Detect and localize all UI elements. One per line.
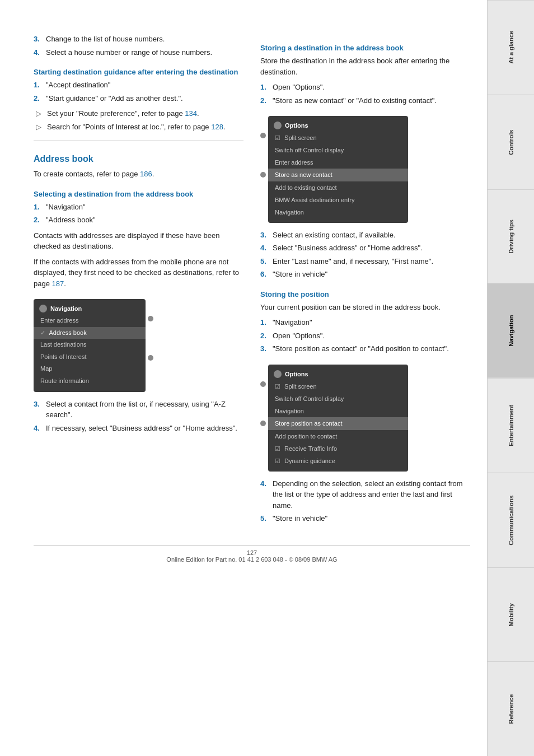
dot-top [148,316,153,321]
nav-title: Navigation [34,304,146,315]
opt-store-new: Store as new contact [268,169,408,181]
body-contacts-displayed: Contacts with addresses are displayed if… [34,230,243,252]
opt-switch-off: Switch off Control display [268,144,408,156]
opt-add-existing: Add to existing contact [268,181,408,194]
link-128[interactable]: 128 [211,123,223,131]
section-start-guidance-heading: Starting destination guidance after ente… [34,68,243,76]
storing-dest-intro: Store the destination in the address boo… [260,55,470,77]
storing-pos-steps2: 4. Depending on the selection, select an… [260,478,470,524]
main-content: 3. Change to the list of house numbers. … [0,0,487,756]
tab-controls[interactable]: Controls [488,95,534,189]
opt-navigation: Navigation [268,206,408,218]
dot-top-r2 [260,381,266,387]
dot-bottom-r2 [260,421,266,426]
selecting-dest-steps2: 3. Select a contact from the list or, if… [34,399,243,434]
opt-split-screen: ☑ Split screen [268,132,408,144]
page-footer: 127 Online Edition for Part no. 01 41 2 … [34,545,470,563]
two-column-layout: 3. Change to the list of house numbers. … [34,34,470,529]
opt2-switch-off: Switch off Control display [268,393,408,405]
step-3: 3. Change to the list of house numbers. [34,34,243,45]
dot-top-r [260,133,266,138]
options-screenshot-row-1: Options ☑ Split screen Switch off Contro… [260,110,470,230]
address-book-intro: To create contacts, refer to page 186. [34,169,243,180]
options-screenshot-1: Options ☑ Split screen Switch off Contro… [268,116,408,223]
nav-screenshot-row: Navigation Enter address ✓ Address book … [34,293,243,399]
opt2-add-position: Add position to contact [268,430,408,442]
step-num-4: 4. [34,47,43,58]
tab-at-a-glance[interactable]: At a glance [488,0,534,95]
storing-position-intro: Your current position can be stored in t… [260,302,470,313]
storing-position-heading: Storing the position [260,290,470,298]
start-step-1: 1. "Accept destination" [34,80,243,91]
opt2-receive-traffic: ☑ Receive Traffic Info [268,442,408,455]
body-contacts-mobile: If the contacts with addresses from the … [34,256,243,290]
selecting-dest-heading: Selecting a destination from the address… [34,190,243,198]
divider [34,140,243,141]
storing-step-4: 4. Select "Business address" or "Home ad… [260,242,470,254]
sel-step-3: 3. Select a contact from the list or, if… [34,399,243,421]
pos-step-4: 4. Depending on the selection, select an… [260,478,470,511]
side-dots-right [260,110,266,178]
opt-bmw-assist: BMW Assist destination entry [268,194,408,206]
options-gear-icon-2 [274,370,282,378]
page-container: 3. Change to the list of house numbers. … [0,0,534,756]
nav-item-address-book: ✓ Address book [34,327,146,339]
pos-step-1: 1. "Navigation" [260,317,470,328]
right-tabs: At a glance Controls Driving tips Naviga… [487,0,534,756]
options-screenshot-row-2: Options ☑ Split screen Switch off Contro… [260,359,470,478]
pos-step-5: 5. "Store in vehicle" [260,513,470,524]
step-num-3: 3. [34,34,43,45]
footer-text: Online Edition for Part no. 01 41 2 603 … [166,556,337,563]
dot-bottom [148,355,153,361]
nav-screenshot: Navigation Enter address ✓ Address book … [34,299,146,392]
storing-dest-steps2: 3. Select an existing contact, if availa… [260,230,470,280]
side-dots-right2 [260,359,266,426]
storing-dest-steps: 1. Open "Options". 2. "Store as new cont… [260,82,470,106]
bullet-points-interest: ▷ Search for "Points of Interest at loc.… [36,122,243,133]
sel-step-4: 4. If necessary, select "Business addres… [34,423,243,434]
intro-steps: 3. Change to the list of house numbers. … [34,34,243,58]
tab-communications[interactable]: Communications [488,473,534,567]
nav-icon [39,305,47,312]
opt2-navigation: Navigation [268,405,408,417]
storing-step-2: 2. "Store as new contact" or "Add to exi… [260,95,470,106]
nav-item-points: Points of Interest [34,351,146,363]
pos-step-2: 2. Open "Options". [260,330,470,342]
dot-bottom-r [260,172,266,178]
storing-pos-steps: 1. "Navigation" 2. Open "Options". 3. "S… [260,317,470,354]
link-187[interactable]: 187 [52,279,64,288]
opt-title-2: Options [268,369,408,380]
start-guidance-steps: 1. "Accept destination" 2. "Start guidan… [34,80,243,104]
opt-title-1: Options [268,120,408,132]
right-column: Storing a destination in the address boo… [260,34,470,529]
sel-step-1: 1. "Navigation" [34,202,243,213]
tab-reference[interactable]: Reference [488,661,534,756]
opt2-split-screen: ☑ Split screen [268,380,408,393]
start-step-2: 2. "Start guidance" or "Add as another d… [34,93,243,104]
storing-step-5: 5. Enter "Last name" and, if necessary, … [260,256,470,267]
step-4-text: Select a house number or range of house … [46,47,212,58]
left-column: 3. Change to the list of house numbers. … [34,34,243,529]
sel-step-2: 2. "Address book" [34,214,243,226]
tab-driving-tips[interactable]: Driving tips [488,189,534,284]
opt2-dynamic-guidance: ☑ Dynamic guidance [268,455,408,467]
selecting-dest-steps: 1. "Navigation" 2. "Address book" [34,202,243,226]
nav-item-map: Map [34,363,146,375]
storing-dest-heading: Storing a destination in the address boo… [260,44,470,52]
opt-enter-address: Enter address [268,156,408,169]
link-134[interactable]: 134 [185,109,197,118]
opt2-store-position: Store position as contact [268,417,408,430]
tab-entertainment[interactable]: Entertainment [488,378,534,473]
storing-step-3: 3. Select an existing contact, if availa… [260,230,470,241]
storing-step-6: 6. "Store in vehicle" [260,269,470,280]
tab-mobility[interactable]: Mobility [488,567,534,662]
link-186[interactable]: 186 [140,170,152,178]
tab-navigation[interactable]: Navigation [488,283,534,378]
step-4: 4. Select a house number or range of hou… [34,47,243,58]
nav-item-route-info: Route information [34,375,146,388]
step-3-text: Change to the list of house numbers. [46,34,165,45]
options-screenshot-2: Options ☑ Split screen Switch off Contro… [268,365,408,472]
nav-item-enter-address: Enter address [34,315,146,327]
page-number: 127 [247,549,257,556]
bullet-route-pref: ▷ Set your "Route preference", refer to … [36,108,243,119]
